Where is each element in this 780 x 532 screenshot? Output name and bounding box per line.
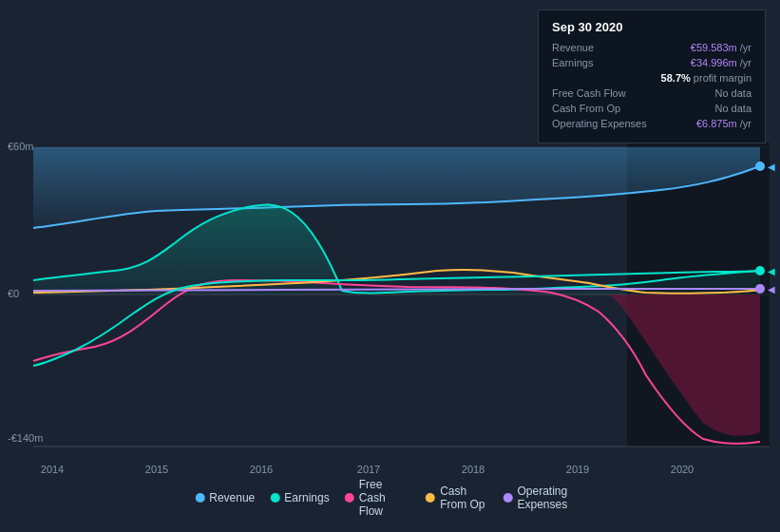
x-label-2014: 2014: [41, 464, 64, 475]
svg-point-6: [755, 266, 765, 276]
tooltip-profit-margin: 58.7% profit margin: [661, 72, 751, 84]
x-label-2018: 2018: [462, 464, 485, 475]
chart-legend: Revenue Earnings Free Cash Flow Cash Fro…: [195, 478, 585, 518]
legend-label-fcf: Free Cash Flow: [359, 478, 411, 518]
legend-label-cashop: Cash From Op: [440, 484, 487, 511]
tooltip-row-margin: 58.7% profit margin: [552, 72, 751, 84]
tooltip-value-opex: €6.875m /yr: [696, 118, 751, 129]
revenue-end-indicator: ◀: [768, 162, 775, 172]
tooltip-row-fcf: Free Cash Flow No data: [552, 87, 751, 99]
x-label-2019: 2019: [566, 464, 589, 475]
legend-dot-revenue: [195, 493, 204, 503]
tooltip-row-earnings: Earnings €34.996m /yr: [552, 57, 751, 68]
tooltip-date: Sep 30 2020: [552, 20, 751, 34]
tooltip-label-opex: Operating Expenses: [552, 118, 656, 129]
legend-dot-earnings: [270, 493, 279, 503]
y-label-bottom: -€140m: [8, 432, 43, 444]
x-label-2015: 2015: [145, 464, 168, 475]
x-label-2016: 2016: [250, 464, 273, 475]
tooltip-value-revenue: €59.583m /yr: [691, 42, 751, 53]
tooltip-value-earnings: €34.996m /yr: [691, 57, 751, 68]
opex-end-indicator: ◀: [768, 284, 775, 294]
y-label-middle: €0: [8, 288, 19, 299]
tooltip-label-earnings: Earnings: [552, 57, 656, 68]
legend-dot-opex: [503, 493, 512, 503]
chart-container: €60m €0 -€140m 2014 2015 2016 2017 2018 …: [0, 0, 780, 532]
tooltip-label-fcf: Free Cash Flow: [552, 87, 656, 99]
earnings-end-indicator: ◀: [768, 266, 775, 276]
legend-cashop[interactable]: Cash From Op: [426, 484, 487, 511]
x-label-2017: 2017: [357, 464, 380, 475]
legend-revenue[interactable]: Revenue: [195, 491, 255, 504]
legend-label-revenue: Revenue: [209, 491, 255, 504]
tooltip-row-cashop: Cash From Op No data: [552, 103, 751, 114]
tooltip-label-cashop: Cash From Op: [552, 103, 656, 114]
legend-dot-fcf: [345, 493, 354, 503]
svg-point-5: [755, 162, 765, 171]
tooltip-value-cashop: No data: [714, 103, 751, 114]
legend-label-opex: Operating Expenses: [517, 484, 584, 511]
legend-earnings[interactable]: Earnings: [270, 491, 329, 504]
legend-label-earnings: Earnings: [284, 491, 329, 504]
legend-opex[interactable]: Operating Expenses: [503, 484, 584, 511]
tooltip-row-revenue: Revenue €59.583m /yr: [552, 42, 751, 53]
legend-dot-cashop: [426, 493, 435, 503]
tooltip-box: Sep 30 2020 Revenue €59.583m /yr Earning…: [538, 10, 766, 143]
tooltip-label-revenue: Revenue: [552, 42, 656, 53]
tooltip-value-fcf: No data: [714, 87, 751, 99]
svg-point-7: [755, 284, 765, 294]
x-label-2020: 2020: [671, 464, 694, 475]
y-label-top: €60m: [8, 141, 34, 152]
legend-fcf[interactable]: Free Cash Flow: [345, 478, 411, 518]
tooltip-row-opex: Operating Expenses €6.875m /yr: [552, 118, 751, 129]
